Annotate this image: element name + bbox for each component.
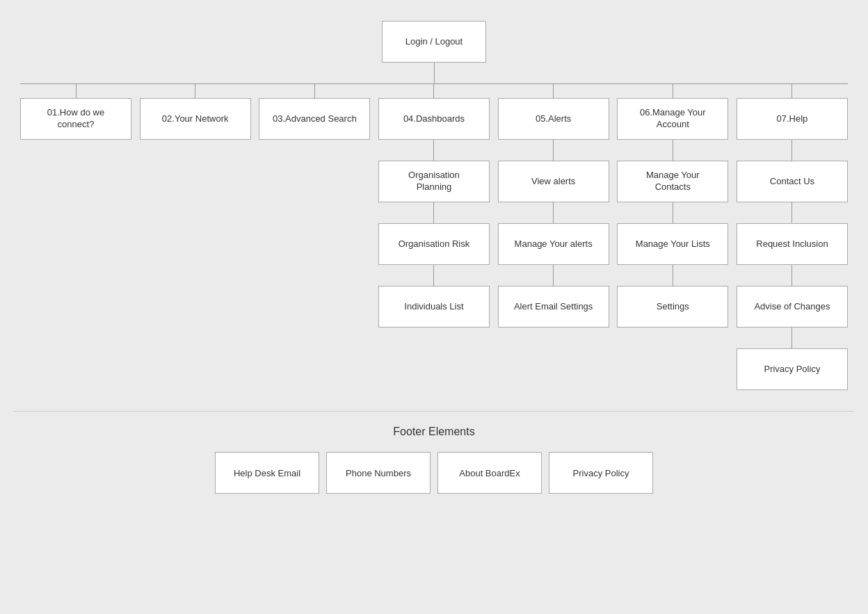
label-org-risk: Organisation Risk <box>399 239 470 250</box>
drop-01 <box>76 84 77 98</box>
node-org-planning: Organisation Planning <box>378 161 490 202</box>
footer-items: Help Desk Email Phone Numbers About Boar… <box>215 452 653 494</box>
conn-07-4 <box>791 328 792 348</box>
label-manage-alerts: Manage Your alerts <box>515 239 593 250</box>
node-advise-changes: Advise of Changes <box>737 286 848 328</box>
node-individuals-list: Individuals List <box>378 286 490 328</box>
conn-06-1 <box>673 140 673 161</box>
node-org-risk: Organisation Risk <box>378 223 490 265</box>
label-manage-contacts: Manage Your Contacts <box>629 170 716 193</box>
node-03: 03.Advanced Search <box>259 98 370 140</box>
drop-03 <box>314 84 315 98</box>
label-02: 02.Your Network <box>162 113 229 125</box>
col-07: 07.Help Contact Us Request Inclusion Adv… <box>737 84 848 390</box>
col-06: 06.Manage Your Account Manage Your Conta… <box>617 84 728 328</box>
node-alert-email: Alert Email Settings <box>498 286 609 328</box>
footer-section: Footer Elements Help Desk Email Phone Nu… <box>14 426 854 515</box>
label-settings: Settings <box>657 301 689 313</box>
col-01: 01.How do we connect? <box>20 84 131 140</box>
level1-row: 01.How do we connect? 02.Your Network 03… <box>20 84 848 390</box>
col-04: 04.Dashboards Organisation Planning Orga… <box>378 84 490 328</box>
footer-item-1: Phone Numbers <box>326 452 431 494</box>
footer-item-3: Privacy Policy <box>549 452 653 494</box>
node-contact-us: Contact Us <box>737 161 848 202</box>
conn-07-1 <box>791 140 792 161</box>
tree-diagram: Login / Logout 01.How do we connect? 02.… <box>14 21 854 390</box>
conn-07-3 <box>791 265 792 286</box>
root-connector <box>434 63 435 83</box>
footer-title: Footer Elements <box>393 426 474 438</box>
label-individuals-list: Individuals List <box>404 301 463 313</box>
col-05: 05.Alerts View alerts Manage Your alerts… <box>498 84 609 328</box>
h-line-top <box>20 83 848 84</box>
subtree-06: Manage Your Contacts Manage Your Lists S… <box>617 140 728 328</box>
node-07: 07.Help <box>737 98 848 140</box>
drop-02 <box>195 84 195 98</box>
node-01: 01.How do we connect? <box>20 98 131 140</box>
footer-label-0: Help Desk Email <box>234 468 300 478</box>
drop-06 <box>673 84 673 98</box>
node-04: 04.Dashboards <box>378 98 490 140</box>
root-label: Login / Logout <box>405 36 463 48</box>
footer-item-0: Help Desk Email <box>215 452 319 494</box>
node-view-alerts: View alerts <box>498 161 609 202</box>
node-06: 06.Manage Your Account <box>617 98 728 140</box>
subtree-07: Contact Us Request Inclusion Advise of C… <box>737 140 848 390</box>
node-manage-contacts: Manage Your Contacts <box>617 161 728 202</box>
footer-item-2: About BoardEx <box>437 452 542 494</box>
drop-04 <box>433 84 434 98</box>
label-org-planning: Organisation Planning <box>390 170 478 193</box>
conn-04-3 <box>433 265 434 286</box>
drop-07 <box>791 84 792 98</box>
drop-05 <box>553 84 554 98</box>
conn-04-1 <box>433 140 434 161</box>
label-04: 04.Dashboards <box>403 113 465 125</box>
col-03: 03.Advanced Search <box>259 84 370 140</box>
conn-06-3 <box>673 265 673 286</box>
conn-05-2 <box>553 202 554 223</box>
label-view-alerts: View alerts <box>531 176 575 188</box>
footer-divider <box>14 411 854 412</box>
node-manage-alerts: Manage Your alerts <box>498 223 609 265</box>
conn-06-2 <box>673 202 673 223</box>
label-contact-us: Contact Us <box>770 176 814 188</box>
footer-label-2: About BoardEx <box>459 468 520 478</box>
node-settings: Settings <box>617 286 728 328</box>
subtree-05: View alerts Manage Your alerts Alert Ema… <box>498 140 609 328</box>
label-manage-lists: Manage Your Lists <box>636 239 710 250</box>
label-07: 07.Help <box>777 113 808 125</box>
node-request-inclusion: Request Inclusion <box>737 223 848 265</box>
label-01: 01.How do we connect? <box>32 107 120 131</box>
node-02: 02.Your Network <box>140 98 251 140</box>
label-request-inclusion: Request Inclusion <box>756 239 828 250</box>
node-manage-lists: Manage Your Lists <box>617 223 728 265</box>
footer-label-3: Privacy Policy <box>573 468 629 478</box>
root-node: Login / Logout <box>382 21 486 63</box>
label-05: 05.Alerts <box>536 113 571 125</box>
conn-04-2 <box>433 202 434 223</box>
conn-05-3 <box>553 265 554 286</box>
col-02: 02.Your Network <box>140 84 251 140</box>
conn-07-2 <box>791 202 792 223</box>
main-area: Login / Logout 01.How do we connect? 02.… <box>0 0 868 528</box>
label-privacy-policy-help: Privacy Policy <box>764 364 820 375</box>
subtree-04: Organisation Planning Organisation Risk … <box>378 140 490 328</box>
node-privacy-policy-help: Privacy Policy <box>737 348 848 390</box>
label-alert-email: Alert Email Settings <box>514 301 593 313</box>
footer-label-1: Phone Numbers <box>346 468 411 478</box>
label-advise-changes: Advise of Changes <box>754 301 830 313</box>
label-06: 06.Manage Your Account <box>629 107 716 131</box>
node-05: 05.Alerts <box>498 98 609 140</box>
conn-05-1 <box>553 140 554 161</box>
label-03: 03.Advanced Search <box>273 113 357 125</box>
